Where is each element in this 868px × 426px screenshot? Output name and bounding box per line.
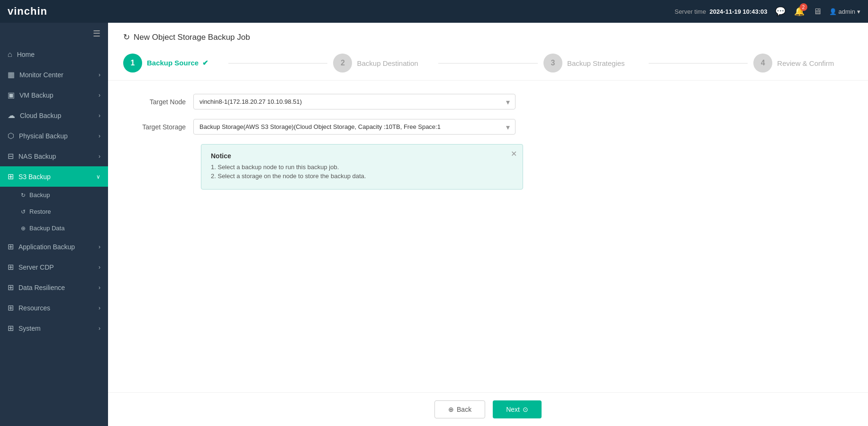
user-chevron-icon: ▾: [857, 8, 860, 15]
step-connector-3: [649, 63, 748, 63]
step-2-number: 2: [341, 59, 345, 67]
s3-backup-chevron-icon: ∨: [96, 173, 100, 180]
sidebar-item-application-backup[interactable]: ⊞ Application Backup ›: [0, 236, 108, 257]
target-storage-select-wrapper: Backup Storage(AWS S3 Storage)(Cloud Obj…: [193, 119, 515, 135]
sidebar-item-label-system: System: [18, 325, 41, 332]
sidebar-item-server-cdp[interactable]: ⊞ Server CDP ›: [0, 257, 108, 277]
server-time: Server time 2024-11-19 10:43:03: [675, 8, 768, 15]
sidebar-item-resources[interactable]: ⊞ Resources ›: [0, 298, 108, 318]
system-chevron-icon: ›: [99, 325, 100, 332]
sidebar-item-s3-backup[interactable]: ⊞ S3 Backup ∨: [0, 166, 108, 187]
next-icon: ⊙: [523, 406, 528, 413]
sidebar-item-label-nas-backup: NAS Backup: [18, 153, 56, 160]
next-button[interactable]: Next ⊙: [493, 400, 542, 418]
system-icon: ⊞: [8, 324, 14, 333]
target-storage-select[interactable]: Backup Storage(AWS S3 Storage)(Cloud Obj…: [193, 119, 515, 135]
target-storage-label: Target Storage: [127, 123, 193, 131]
target-node-select[interactable]: vinchin8-1(172.18.20.27 10.10.98.51): [193, 94, 515, 109]
logo: vinchin: [8, 5, 47, 18]
server-cdp-icon: ⊞: [8, 263, 14, 272]
target-node-label: Target Node: [127, 98, 193, 106]
page-title-text: New Object Storage Backup Job: [134, 33, 250, 42]
sidebar-item-label-physical-backup: Physical Backup: [19, 132, 68, 140]
step-1-number: 1: [131, 59, 135, 67]
notice-list: 1. Select a backup node to run this back…: [211, 163, 513, 180]
sidebar-subitem-restore[interactable]: ↺ Restore: [0, 203, 108, 220]
sidebar-item-label-data-resilience: Data Resilience: [18, 284, 65, 291]
monitor-center-icon: ▦: [8, 70, 15, 79]
notification-badge: 2: [800, 3, 807, 11]
stepper: 1 Backup Source ✔ 2 Backup Destination: [123, 54, 853, 80]
nas-backup-chevron-icon: ›: [99, 153, 100, 160]
server-time-label: Server time: [675, 8, 706, 15]
notice-title: Notice: [211, 152, 513, 160]
sidebar-subitem-backup-data[interactable]: ⊕ Backup Data: [0, 220, 108, 236]
form-area: Target Node vinchin8-1(172.18.20.27 10.1…: [108, 81, 868, 392]
step-1-check-icon: ✔: [202, 59, 208, 67]
restore-icon: ↺: [21, 208, 26, 215]
sidebar-toggle-area: ☰: [0, 23, 108, 45]
user-menu-button[interactable]: 👤 admin ▾: [829, 8, 860, 15]
step-2-circle: 2: [333, 54, 352, 73]
user-icon: 👤: [829, 8, 837, 15]
notice-close-button[interactable]: ✕: [511, 149, 517, 158]
cloud-backup-icon: ☁: [8, 111, 15, 120]
step-1: 1 Backup Source ✔: [123, 54, 223, 73]
step-4-label: Review & Confirm: [777, 59, 834, 67]
monitor-icon[interactable]: 🖥: [813, 7, 822, 17]
notice-item-2: 2. Select a storage on the node to store…: [211, 172, 513, 180]
sidebar-item-label-cloud-backup: Cloud Backup: [20, 112, 61, 119]
sidebar-item-data-resilience[interactable]: ⊞ Data Resilience ›: [0, 277, 108, 298]
sidebar-item-label-resources: Resources: [18, 304, 50, 312]
sidebar-item-monitor[interactable]: ▦ Monitor Center ›: [0, 64, 108, 85]
resources-icon: ⊞: [8, 303, 14, 312]
sidebar-toggle-button[interactable]: ☰: [93, 28, 100, 39]
step-1-label-text: Backup Source: [147, 59, 199, 67]
target-storage-row: Target Storage Backup Storage(AWS S3 Sto…: [127, 119, 849, 135]
sidebar-subitem-backup[interactable]: ↻ Backup: [0, 187, 108, 203]
sidebar-subitem-label-backup-data: Backup Data: [29, 225, 64, 232]
page-title-icon: ↻: [123, 32, 130, 42]
logo-chin: chin: [24, 5, 47, 17]
sidebar-item-nas-backup[interactable]: ⊟ NAS Backup ›: [0, 146, 108, 166]
application-backup-chevron-icon: ›: [99, 244, 100, 250]
vm-backup-chevron-icon: ›: [99, 92, 100, 99]
cloud-backup-chevron-icon: ›: [99, 112, 100, 119]
logo-vin: vin: [8, 5, 24, 17]
sidebar-item-system[interactable]: ⊞ System ›: [0, 318, 108, 338]
notice-item-2-text: Select a storage on the node to store th…: [217, 172, 366, 180]
sidebar-subitem-label-backup: Backup: [29, 191, 50, 199]
vm-backup-icon: ▣: [8, 91, 15, 100]
notice-item-1: 1. Select a backup node to run this back…: [211, 163, 513, 171]
sidebar-item-vm-backup[interactable]: ▣ VM Backup ›: [0, 85, 108, 105]
back-label: Back: [457, 406, 471, 413]
sidebar-subitem-label-restore: Restore: [29, 208, 51, 215]
sidebar-item-home[interactable]: ⌂ Home: [0, 45, 108, 64]
notice-box: ✕ Notice 1. Select a backup node to run …: [201, 144, 523, 190]
step-1-label: Backup Source ✔: [147, 59, 208, 67]
notification-button[interactable]: 🔔 2: [793, 5, 805, 18]
message-icon[interactable]: 💬: [775, 6, 786, 17]
header-right: Server time 2024-11-19 10:43:03 💬 🔔 2 🖥 …: [675, 5, 860, 18]
step-2-label: Backup Destination: [357, 59, 418, 67]
next-label: Next: [506, 406, 520, 413]
footer-bar: ⊕ Back Next ⊙: [108, 392, 868, 426]
step-connector-1: [228, 63, 328, 63]
monitor-chevron-icon: ›: [99, 72, 100, 78]
back-button[interactable]: ⊕ Back: [434, 400, 485, 418]
page-header: ↻ New Object Storage Backup Job 1 Backup…: [108, 23, 868, 81]
backup-data-icon: ⊕: [21, 225, 26, 232]
application-backup-icon: ⊞: [8, 242, 14, 251]
sidebar-item-cloud-backup[interactable]: ☁ Cloud Backup ›: [0, 105, 108, 126]
backup-refresh-icon: ↻: [21, 192, 26, 199]
top-header: vinchin Server time 2024-11-19 10:43:03 …: [0, 0, 868, 23]
back-circle-icon: ⊕: [448, 406, 454, 413]
sidebar-item-physical-backup[interactable]: ⬡ Physical Backup ›: [0, 126, 108, 146]
data-resilience-chevron-icon: ›: [99, 284, 100, 291]
step-1-circle: 1: [123, 54, 142, 73]
resources-chevron-icon: ›: [99, 305, 100, 311]
physical-backup-chevron-icon: ›: [99, 133, 100, 139]
sidebar-item-label-vm-backup: VM Backup: [19, 91, 54, 99]
notice-item-1-text: Select a backup node to run this backup …: [217, 163, 339, 171]
sidebar-item-label-monitor: Monitor Center: [19, 71, 63, 79]
